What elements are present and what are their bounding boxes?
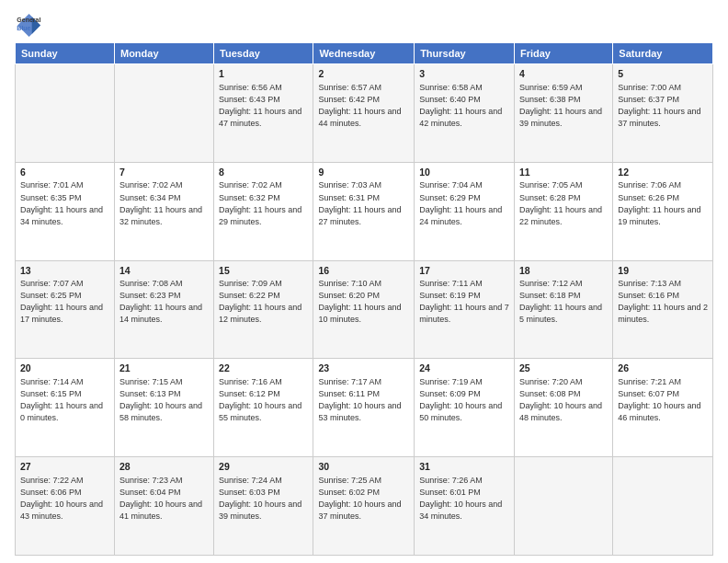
day-info: Sunrise: 7:12 AM Sunset: 6:18 PM Dayligh… — [519, 278, 608, 326]
calendar-cell: 21Sunrise: 7:15 AM Sunset: 6:13 PM Dayli… — [114, 359, 213, 457]
day-number: 27 — [20, 460, 109, 474]
day-number: 7 — [119, 166, 209, 179]
calendar-cell: 19Sunrise: 7:13 AM Sunset: 6:16 PM Dayli… — [613, 260, 713, 359]
day-info: Sunrise: 7:21 AM Sunset: 6:07 PM Dayligh… — [618, 376, 708, 424]
svg-text:General: General — [17, 17, 40, 23]
calendar-cell: 23Sunrise: 7:17 AM Sunset: 6:11 PM Dayli… — [313, 359, 415, 457]
week-row-1: 1Sunrise: 6:56 AM Sunset: 6:43 PM Daylig… — [16, 64, 713, 163]
day-info: Sunrise: 7:07 AM Sunset: 6:25 PM Dayligh… — [20, 278, 109, 326]
day-number: 21 — [119, 362, 209, 375]
day-number: 20 — [20, 362, 109, 375]
day-info: Sunrise: 7:19 AM Sunset: 6:09 PM Dayligh… — [419, 376, 509, 424]
day-number: 22 — [219, 362, 308, 375]
calendar-cell: 3Sunrise: 6:58 AM Sunset: 6:40 PM Daylig… — [415, 64, 515, 163]
day-info: Sunrise: 7:16 AM Sunset: 6:12 PM Dayligh… — [219, 376, 308, 424]
calendar-cell — [114, 64, 213, 163]
calendar-cell: 10Sunrise: 7:04 AM Sunset: 6:29 PM Dayli… — [415, 162, 515, 260]
day-info: Sunrise: 6:56 AM Sunset: 6:43 PM Dayligh… — [219, 82, 308, 130]
week-row-4: 20Sunrise: 7:14 AM Sunset: 6:15 PM Dayli… — [16, 359, 713, 457]
calendar-cell: 9Sunrise: 7:03 AM Sunset: 6:31 PM Daylig… — [313, 162, 415, 260]
day-number: 12 — [618, 166, 708, 179]
calendar-cell: 8Sunrise: 7:02 AM Sunset: 6:32 PM Daylig… — [214, 162, 313, 260]
day-number: 13 — [20, 264, 109, 278]
calendar-cell: 6Sunrise: 7:01 AM Sunset: 6:35 PM Daylig… — [16, 162, 115, 260]
calendar-cell: 31Sunrise: 7:26 AM Sunset: 6:01 PM Dayli… — [415, 457, 515, 556]
day-number: 30 — [318, 460, 409, 474]
day-number: 3 — [419, 67, 509, 81]
logo-icon: General Blue — [15, 11, 40, 37]
day-number: 9 — [318, 166, 409, 179]
weekday-header-row: Sunday Monday Tuesday Wednesday Thursday… — [16, 43, 713, 64]
calendar-cell: 22Sunrise: 7:16 AM Sunset: 6:12 PM Dayli… — [214, 359, 313, 457]
day-number: 10 — [419, 166, 509, 179]
header-thursday: Thursday — [415, 43, 515, 64]
header-sunday: Sunday — [16, 43, 115, 64]
day-number: 19 — [618, 264, 708, 278]
day-number: 25 — [519, 362, 608, 375]
day-number: 5 — [618, 67, 708, 81]
day-info: Sunrise: 7:03 AM Sunset: 6:31 PM Dayligh… — [318, 179, 409, 227]
day-number: 28 — [119, 460, 209, 474]
day-info: Sunrise: 7:02 AM Sunset: 6:32 PM Dayligh… — [219, 179, 308, 227]
day-info: Sunrise: 7:22 AM Sunset: 6:06 PM Dayligh… — [20, 475, 109, 523]
day-info: Sunrise: 7:05 AM Sunset: 6:28 PM Dayligh… — [519, 179, 608, 227]
week-row-5: 27Sunrise: 7:22 AM Sunset: 6:06 PM Dayli… — [16, 457, 713, 556]
day-number: 16 — [318, 264, 409, 278]
day-info: Sunrise: 7:00 AM Sunset: 6:37 PM Dayligh… — [618, 82, 708, 130]
day-info: Sunrise: 7:15 AM Sunset: 6:13 PM Dayligh… — [119, 376, 209, 424]
calendar-cell: 4Sunrise: 6:59 AM Sunset: 6:38 PM Daylig… — [514, 64, 612, 163]
day-number: 26 — [618, 362, 708, 375]
calendar-cell: 7Sunrise: 7:02 AM Sunset: 6:34 PM Daylig… — [114, 162, 213, 260]
day-info: Sunrise: 7:10 AM Sunset: 6:20 PM Dayligh… — [318, 278, 409, 326]
header-friday: Friday — [514, 43, 612, 64]
logo: General Blue — [15, 11, 44, 37]
day-number: 15 — [219, 264, 308, 278]
day-info: Sunrise: 7:01 AM Sunset: 6:35 PM Dayligh… — [20, 179, 109, 227]
calendar-table: Sunday Monday Tuesday Wednesday Thursday… — [15, 42, 713, 556]
day-info: Sunrise: 6:59 AM Sunset: 6:38 PM Dayligh… — [519, 82, 608, 130]
calendar-cell: 5Sunrise: 7:00 AM Sunset: 6:37 PM Daylig… — [613, 64, 713, 163]
calendar-cell: 28Sunrise: 7:23 AM Sunset: 6:04 PM Dayli… — [114, 457, 213, 556]
day-info: Sunrise: 7:17 AM Sunset: 6:11 PM Dayligh… — [318, 376, 409, 424]
calendar-cell: 25Sunrise: 7:20 AM Sunset: 6:08 PM Dayli… — [514, 359, 612, 457]
page: General Blue Sunday Monday Tuesday Wedne… — [0, 0, 728, 563]
day-number: 8 — [219, 166, 308, 179]
day-info: Sunrise: 7:08 AM Sunset: 6:23 PM Dayligh… — [119, 278, 209, 326]
day-info: Sunrise: 7:23 AM Sunset: 6:04 PM Dayligh… — [119, 475, 209, 523]
calendar-cell — [514, 457, 612, 556]
header-tuesday: Tuesday — [214, 43, 313, 64]
calendar-cell: 26Sunrise: 7:21 AM Sunset: 6:07 PM Dayli… — [613, 359, 713, 457]
day-info: Sunrise: 6:58 AM Sunset: 6:40 PM Dayligh… — [419, 82, 509, 130]
day-info: Sunrise: 7:04 AM Sunset: 6:29 PM Dayligh… — [419, 179, 509, 227]
day-info: Sunrise: 7:13 AM Sunset: 6:16 PM Dayligh… — [618, 278, 708, 326]
day-info: Sunrise: 6:57 AM Sunset: 6:42 PM Dayligh… — [318, 82, 409, 130]
calendar-cell: 11Sunrise: 7:05 AM Sunset: 6:28 PM Dayli… — [514, 162, 612, 260]
calendar-cell: 30Sunrise: 7:25 AM Sunset: 6:02 PM Dayli… — [313, 457, 415, 556]
day-number: 17 — [419, 264, 509, 278]
calendar-cell: 24Sunrise: 7:19 AM Sunset: 6:09 PM Dayli… — [415, 359, 515, 457]
day-info: Sunrise: 7:26 AM Sunset: 6:01 PM Dayligh… — [419, 475, 509, 523]
header-monday: Monday — [114, 43, 213, 64]
day-number: 11 — [519, 166, 608, 179]
day-info: Sunrise: 7:20 AM Sunset: 6:08 PM Dayligh… — [519, 376, 608, 424]
calendar-cell: 1Sunrise: 6:56 AM Sunset: 6:43 PM Daylig… — [214, 64, 313, 163]
calendar-cell: 18Sunrise: 7:12 AM Sunset: 6:18 PM Dayli… — [514, 260, 612, 359]
calendar-cell: 17Sunrise: 7:11 AM Sunset: 6:19 PM Dayli… — [415, 260, 515, 359]
week-row-2: 6Sunrise: 7:01 AM Sunset: 6:35 PM Daylig… — [16, 162, 713, 260]
day-info: Sunrise: 7:06 AM Sunset: 6:26 PM Dayligh… — [618, 179, 708, 227]
calendar-cell: 15Sunrise: 7:09 AM Sunset: 6:22 PM Dayli… — [214, 260, 313, 359]
day-info: Sunrise: 7:14 AM Sunset: 6:15 PM Dayligh… — [20, 376, 109, 424]
day-number: 4 — [519, 67, 608, 81]
day-info: Sunrise: 7:09 AM Sunset: 6:22 PM Dayligh… — [219, 278, 308, 326]
calendar-cell — [613, 457, 713, 556]
calendar-cell: 20Sunrise: 7:14 AM Sunset: 6:15 PM Dayli… — [16, 359, 115, 457]
day-number: 18 — [519, 264, 608, 278]
day-number: 14 — [119, 264, 209, 278]
day-info: Sunrise: 7:24 AM Sunset: 6:03 PM Dayligh… — [219, 475, 308, 523]
calendar-cell — [16, 64, 115, 163]
calendar-cell: 29Sunrise: 7:24 AM Sunset: 6:03 PM Dayli… — [214, 457, 313, 556]
week-row-3: 13Sunrise: 7:07 AM Sunset: 6:25 PM Dayli… — [16, 260, 713, 359]
day-number: 24 — [419, 362, 509, 375]
header-wednesday: Wednesday — [313, 43, 415, 64]
calendar-cell: 16Sunrise: 7:10 AM Sunset: 6:20 PM Dayli… — [313, 260, 415, 359]
